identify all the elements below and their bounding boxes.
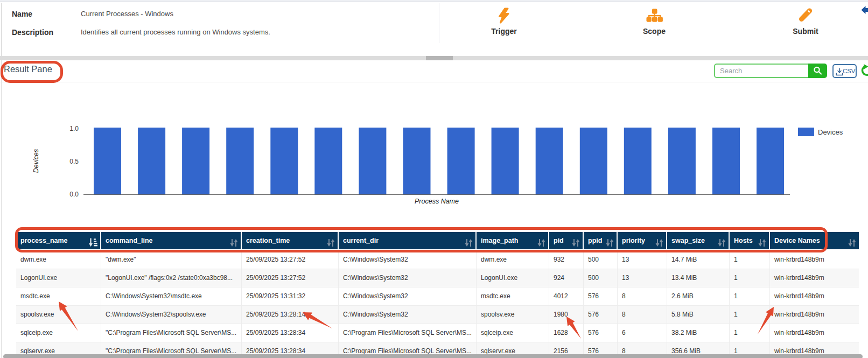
svg-text:Devices: Devices [818, 128, 843, 136]
svg-text:Devices: Devices [32, 149, 40, 173]
svg-text:Process Name: Process Name [415, 198, 459, 205]
svg-text:0.5: 0.5 [69, 158, 79, 165]
svg-text:1.0: 1.0 [69, 125, 79, 132]
svg-text:0.0: 0.0 [69, 191, 79, 198]
